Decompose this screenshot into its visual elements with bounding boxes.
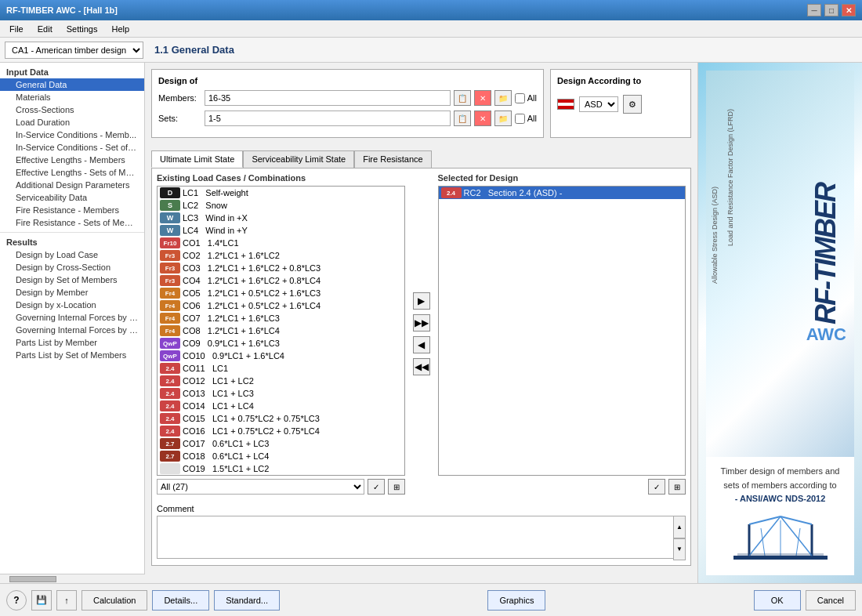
remove-all-btn[interactable]: ◀◀ [413, 358, 430, 375]
sidebar-item-design-load-case[interactable]: Design by Load Case [0, 248, 144, 261]
sidebar-item-design-set-members[interactable]: Design by Set of Members [0, 274, 144, 286]
export-button[interactable]: ↑ [56, 590, 77, 611]
sets-folder-btn[interactable]: 📁 [494, 111, 512, 126]
sidebar-item-serviceability[interactable]: Serviceability Data [0, 191, 144, 204]
sets-select-btn[interactable]: 📋 [454, 111, 471, 126]
members-input[interactable] [205, 90, 451, 106]
list-item[interactable]: 2.4 RC2 Section 2.4 (ASD) - [439, 187, 686, 199]
list-item[interactable]: Fr4CO7 1.2*LC1 + 1.6*LC3 [158, 312, 404, 324]
comment-input[interactable] [157, 516, 686, 559]
list-item[interactable]: 2.4CO13 LC1 + LC3 [158, 387, 404, 400]
tab-serviceability[interactable]: Serviceability Limit State [243, 150, 354, 168]
members-select-btn[interactable]: 📋 [454, 90, 471, 106]
menu-help[interactable]: Help [105, 23, 136, 35]
sidebar-item-in-service-sets[interactable]: In-Service Conditions - Set of M... [0, 141, 144, 154]
combo-filter[interactable]: All (27) [157, 479, 364, 495]
svg-line-9 [796, 528, 800, 556]
sidebar-item-effective-lengths-sets[interactable]: Effective Lengths - Sets of Mem... [0, 166, 144, 179]
save-button[interactable]: 💾 [31, 590, 52, 611]
list-item[interactable]: SLC2 Snow [158, 199, 404, 212]
list-item[interactable]: 2.4CO15 LC1 + 0.75*LC2 + 0.75*LC3 [158, 412, 404, 425]
menu-file[interactable]: File [3, 23, 30, 35]
list-item[interactable]: Fr3CO3 1.2*LC1 + 1.6*LC2 + 0.8*LC3 [158, 262, 404, 274]
sidebar-item-parts-list-member[interactable]: Parts List by Member [0, 336, 144, 349]
close-button[interactable]: ✕ [842, 4, 856, 16]
case-dropdown[interactable]: CA1 - American timber design [5, 42, 143, 59]
sidebar-item-design-member[interactable]: Design by Member [0, 286, 144, 299]
sidebar-scrollbar[interactable] [0, 574, 145, 583]
calculation-button[interactable]: Calculation [81, 590, 147, 611]
list-item[interactable]: Fr3CO2 1.2*LC1 + 1.6*LC2 [158, 249, 404, 262]
selected-design-list[interactable]: 2.4 RC2 Section 2.4 (ASD) - [438, 186, 686, 476]
tab-ultimate-limit[interactable]: Ultimate Limit State [151, 150, 243, 168]
add-one-btn[interactable]: ▶ [413, 292, 430, 310]
sidebar-item-design-cross-section[interactable]: Design by Cross-Section [0, 261, 144, 274]
tab-fire-resistance[interactable]: Fire Resistance [354, 150, 431, 168]
standard-button[interactable]: Standard... [214, 590, 280, 611]
bottom-bar: ? 💾 ↑ Calculation Details... Standard...… [0, 583, 862, 616]
ok-button[interactable]: OK [754, 590, 801, 611]
sets-clear-btn[interactable]: ✕ [474, 111, 491, 126]
list-item[interactable]: 2.4CO12 LC1 + LC2 [158, 375, 404, 387]
list-item[interactable]: 2.4CO16 LC1 + 0.75*LC2 + 0.75*LC4 [158, 425, 404, 437]
details-button[interactable]: Details... [152, 590, 209, 611]
list-item[interactable]: WLC4 Wind in +Y [158, 224, 404, 237]
remove-one-btn[interactable]: ◀ [413, 336, 430, 353]
comment-scroll-up[interactable]: ▲ [673, 516, 686, 538]
maximize-button[interactable]: □ [824, 4, 838, 16]
list-item[interactable]: 2.7CO17 0.6*LC1 + LC3 [158, 437, 404, 450]
section-title: 1.1 General Data [154, 44, 234, 56]
sidebar-item-design-x-location[interactable]: Design by x-Location [0, 299, 144, 311]
comment-scroll-down[interactable]: ▼ [673, 538, 686, 561]
sets-input[interactable] [205, 111, 451, 126]
sidebar-item-general-data[interactable]: General Data [0, 78, 144, 91]
list-item[interactable]: Fr4CO6 1.2*LC1 + 0.5*LC2 + 1.6*LC4 [158, 299, 404, 312]
members-folder-btn[interactable]: 📁 [494, 90, 512, 106]
menu-edit[interactable]: Edit [31, 23, 59, 35]
sidebar-item-fire-resistance-members[interactable]: Fire Resistance - Members [0, 204, 144, 216]
sidebar-item-in-service-members[interactable]: In-Service Conditions - Memb... [0, 129, 144, 141]
sidebar-item-governing-forces-m[interactable]: Governing Internal Forces by M... [0, 311, 144, 324]
cancel-button[interactable]: Cancel [806, 590, 856, 611]
scrollbar-thumb[interactable] [9, 576, 56, 582]
badge-co12: 2.4 [160, 375, 180, 386]
filter-grid-btn[interactable]: ⊞ [388, 479, 405, 495]
sidebar-item-parts-list-sets[interactable]: Parts List by Set of Members [0, 349, 144, 361]
sidebar-item-governing-forces-se[interactable]: Governing Internal Forces by Se... [0, 324, 144, 336]
list-item[interactable]: CO19 1.5*LC1 + LC2 [158, 462, 404, 475]
selected-check-btn[interactable]: ✓ [648, 479, 665, 495]
members-all-checkbox[interactable] [515, 93, 525, 103]
selected-grid-btn[interactable]: ⊞ [668, 479, 686, 495]
list-item[interactable]: WLC3 Wind in +X [158, 212, 404, 224]
list-item[interactable]: 2.7CO18 0.6*LC1 + LC4 [158, 450, 404, 462]
design-according-section: Design According to ASD ⚙ [550, 69, 691, 138]
graphics-button[interactable]: Graphics [487, 590, 545, 611]
help-button[interactable]: ? [6, 590, 27, 611]
sidebar-item-load-duration[interactable]: Load Duration [0, 116, 144, 129]
members-clear-btn[interactable]: ✕ [474, 90, 491, 106]
list-item[interactable]: Fr4CO5 1.2*LC1 + 0.5*LC2 + 1.6*LC3 [158, 287, 404, 299]
add-all-btn[interactable]: ▶▶ [413, 314, 430, 332]
existing-load-list[interactable]: DLC1 Self-weight SLC2 Snow WLC3 Wind in … [157, 186, 405, 476]
sidebar-item-fire-resistance-sets[interactable]: Fire Resistance - Sets of Memb... [0, 216, 144, 229]
selected-list-toolbar: ✓ ⊞ [438, 479, 686, 495]
sets-all-checkbox[interactable] [515, 114, 525, 124]
menu-settings[interactable]: Settings [60, 23, 104, 35]
method-select[interactable]: ASD [579, 96, 618, 112]
list-item[interactable]: 2.4CO14 LC1 + LC4 [158, 400, 404, 412]
design-settings-btn[interactable]: ⚙ [623, 95, 642, 114]
sidebar-item-effective-lengths-members[interactable]: Effective Lengths - Members [0, 154, 144, 166]
list-item[interactable]: QwPCO9 0.9*LC1 + 1.6*LC3 [158, 337, 404, 350]
list-item[interactable]: Fr10CO1 1.4*LC1 [158, 237, 404, 249]
filter-check-btn[interactable]: ✓ [368, 479, 385, 495]
list-item[interactable]: 2.4CO11 LC1 [158, 362, 404, 375]
sidebar-item-cross-sections[interactable]: Cross-Sections [0, 103, 144, 116]
sidebar-item-materials[interactable]: Materials [0, 91, 144, 103]
list-item[interactable]: Fr4CO8 1.2*LC1 + 1.6*LC4 [158, 324, 404, 337]
sidebar-item-additional-design[interactable]: Additional Design Parameters [0, 179, 144, 191]
list-item[interactable]: QwPCO10 0.9*LC1 + 1.6*LC4 [158, 350, 404, 362]
window-controls: ─ □ ✕ [807, 4, 856, 16]
minimize-button[interactable]: ─ [807, 4, 821, 16]
list-item[interactable]: DLC1 Self-weight [158, 187, 404, 199]
list-item[interactable]: Fr3CO4 1.2*LC1 + 1.6*LC2 + 0.8*LC4 [158, 274, 404, 287]
